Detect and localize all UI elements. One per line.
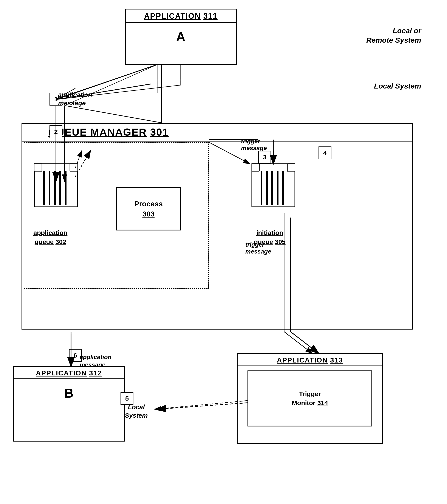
label-app-queue: application queue 302 (33, 228, 67, 246)
diagram-container: APPLICATION 311 A Local or Remote System… (0, 0, 447, 504)
initiation-queue-graphic (250, 157, 297, 209)
step2-box: 2 (50, 125, 62, 138)
qm-label: QUEUE MANAGER (48, 126, 147, 138)
svg-line-54 (157, 403, 247, 409)
label-app-message-1: application message (58, 90, 92, 107)
svg-line-40 (155, 401, 247, 409)
step4-box: 4 (319, 146, 331, 159)
app311-number: 311 (203, 12, 218, 20)
dashed-separator (9, 80, 417, 80)
app311-body: A (126, 23, 236, 51)
app311-box: APPLICATION 311 A (125, 9, 237, 65)
app-queue-graphic (32, 157, 80, 209)
app313-title: APPLICATION 313 (238, 354, 382, 366)
app312-box: APPLICATION 312 B (13, 366, 125, 442)
label-trigger-message-top: trigger message (241, 138, 267, 152)
app312-body: B (14, 379, 124, 407)
app312-title: APPLICATION 312 (14, 367, 124, 379)
queue-manager-title: QUEUE MANAGER 301 (22, 124, 412, 142)
svg-rect-13 (252, 164, 259, 171)
label-trigger-message-bottom: trigger message (245, 241, 271, 255)
process303-title: Process (134, 200, 163, 210)
process303-box: Process 303 (116, 187, 181, 231)
svg-line-38 (284, 332, 312, 353)
qm-number: 301 (150, 126, 169, 138)
svg-rect-4 (70, 164, 77, 171)
svg-rect-16 (287, 164, 295, 171)
app311-title: APPLICATION 311 (126, 9, 236, 23)
app311-label: APPLICATION (144, 12, 201, 20)
trigger-monitor-title: Trigger Monitor 314 (292, 389, 328, 408)
label-local-remote: Local or Remote System (366, 26, 421, 45)
svg-rect-1 (34, 164, 42, 171)
label-local-system-top: Local System (374, 82, 421, 90)
label-local-system-5: Local System (125, 403, 148, 420)
step3-box: 3 (258, 151, 271, 164)
trigger-monitor-box: Trigger Monitor 314 (247, 370, 372, 427)
svg-line-52 (291, 332, 319, 353)
process303-number: 303 (142, 210, 155, 218)
